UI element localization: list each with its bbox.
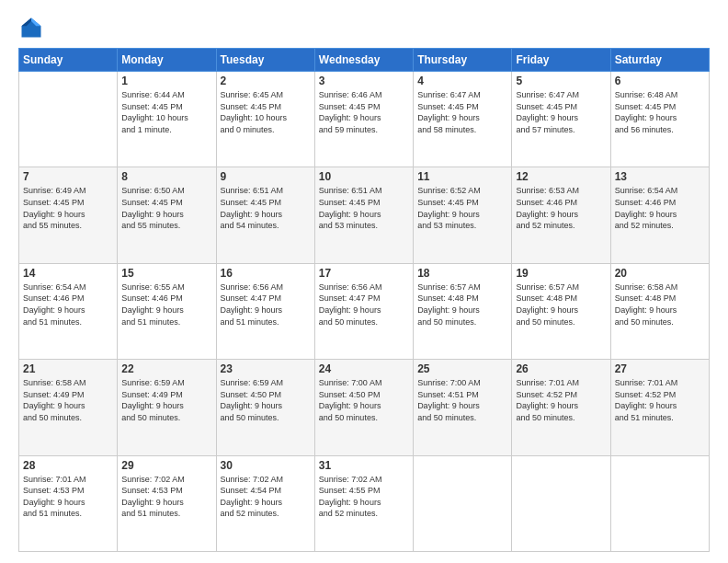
calendar-header-row: SundayMondayTuesdayWednesdayThursdayFrid… [19,49,710,72]
calendar-cell: 19Sunrise: 6:57 AM Sunset: 4:48 PM Dayli… [512,263,610,359]
calendar-header-wednesday: Wednesday [314,49,413,72]
calendar-cell: 16Sunrise: 6:56 AM Sunset: 4:47 PM Dayli… [216,263,314,359]
cell-info: Sunrise: 7:02 AM Sunset: 4:53 PM Dayligh… [121,474,211,520]
logo [18,15,48,40]
day-number: 7 [23,170,113,183]
cell-info: Sunrise: 7:01 AM Sunset: 4:52 PM Dayligh… [516,377,606,423]
cell-info: Sunrise: 6:56 AM Sunset: 4:47 PM Dayligh… [221,282,311,327]
day-number: 26 [516,362,606,375]
day-number: 4 [417,75,507,87]
day-number: 28 [23,459,113,472]
day-number: 30 [221,459,311,472]
cell-info: Sunrise: 6:49 AM Sunset: 4:45 PM Dayligh… [23,185,113,231]
cell-info: Sunrise: 6:58 AM Sunset: 4:49 PM Dayligh… [23,377,113,423]
calendar-cell [512,455,610,551]
calendar-cell: 15Sunrise: 6:55 AM Sunset: 4:46 PM Dayli… [118,263,216,359]
cell-info: Sunrise: 7:01 AM Sunset: 4:53 PM Dayligh… [23,474,113,520]
calendar-cell: 31Sunrise: 7:02 AM Sunset: 4:55 PM Dayli… [314,455,413,551]
cell-info: Sunrise: 6:44 AM Sunset: 4:45 PM Dayligh… [121,89,211,135]
calendar-cell: 27Sunrise: 7:01 AM Sunset: 4:52 PM Dayli… [610,360,709,455]
cell-info: Sunrise: 6:56 AM Sunset: 4:47 PM Dayligh… [319,282,409,327]
day-number: 27 [615,362,705,375]
cell-info: Sunrise: 6:59 AM Sunset: 4:49 PM Dayligh… [121,377,211,423]
cell-info: Sunrise: 6:50 AM Sunset: 4:45 PM Dayligh… [121,185,211,231]
calendar-week-row: 21Sunrise: 6:58 AM Sunset: 4:49 PM Dayli… [19,360,710,455]
cell-info: Sunrise: 6:46 AM Sunset: 4:45 PM Dayligh… [319,89,409,135]
calendar-cell: 2Sunrise: 6:45 AM Sunset: 4:45 PM Daylig… [216,72,314,167]
calendar-cell: 3Sunrise: 6:46 AM Sunset: 4:45 PM Daylig… [314,72,413,167]
day-number: 9 [221,170,311,183]
calendar-cell: 23Sunrise: 6:59 AM Sunset: 4:50 PM Dayli… [216,360,314,455]
day-number: 19 [516,267,606,280]
day-number: 18 [417,267,507,280]
calendar-week-row: 28Sunrise: 7:01 AM Sunset: 4:53 PM Dayli… [19,455,710,551]
day-number: 5 [516,75,606,87]
calendar-header-monday: Monday [118,49,216,72]
calendar-cell: 17Sunrise: 6:56 AM Sunset: 4:47 PM Dayli… [314,263,413,359]
cell-info: Sunrise: 7:00 AM Sunset: 4:51 PM Dayligh… [417,377,507,423]
cell-info: Sunrise: 7:02 AM Sunset: 4:55 PM Dayligh… [319,474,409,520]
cell-info: Sunrise: 6:52 AM Sunset: 4:45 PM Dayligh… [417,185,507,231]
calendar-cell: 8Sunrise: 6:50 AM Sunset: 4:45 PM Daylig… [118,167,216,263]
day-number: 29 [121,459,211,472]
day-number: 1 [121,75,211,87]
cell-info: Sunrise: 7:00 AM Sunset: 4:50 PM Dayligh… [319,377,409,423]
calendar-cell: 5Sunrise: 6:47 AM Sunset: 4:45 PM Daylig… [512,72,610,167]
calendar-cell: 20Sunrise: 6:58 AM Sunset: 4:48 PM Dayli… [610,263,709,359]
day-number: 3 [319,75,409,87]
calendar-header-thursday: Thursday [414,49,512,72]
day-number: 13 [615,170,705,183]
day-number: 16 [221,267,311,280]
calendar-cell: 26Sunrise: 7:01 AM Sunset: 4:52 PM Dayli… [512,360,610,455]
cell-info: Sunrise: 6:54 AM Sunset: 4:46 PM Dayligh… [23,282,113,327]
calendar-cell: 22Sunrise: 6:59 AM Sunset: 4:49 PM Dayli… [118,360,216,455]
day-number: 31 [319,459,409,472]
cell-info: Sunrise: 6:51 AM Sunset: 4:45 PM Dayligh… [319,185,409,231]
calendar-cell: 29Sunrise: 7:02 AM Sunset: 4:53 PM Dayli… [118,455,216,551]
cell-info: Sunrise: 6:57 AM Sunset: 4:48 PM Dayligh… [516,282,606,327]
cell-info: Sunrise: 6:51 AM Sunset: 4:45 PM Dayligh… [221,185,311,231]
cell-info: Sunrise: 7:01 AM Sunset: 4:52 PM Dayligh… [615,377,705,423]
calendar-cell: 4Sunrise: 6:47 AM Sunset: 4:45 PM Daylig… [414,72,512,167]
day-number: 8 [121,170,211,183]
calendar-header-saturday: Saturday [610,49,709,72]
calendar-cell: 6Sunrise: 6:48 AM Sunset: 4:45 PM Daylig… [610,72,709,167]
cell-info: Sunrise: 6:48 AM Sunset: 4:45 PM Dayligh… [615,89,705,135]
calendar-week-row: 14Sunrise: 6:54 AM Sunset: 4:46 PM Dayli… [19,263,710,359]
calendar-cell: 30Sunrise: 7:02 AM Sunset: 4:54 PM Dayli… [216,455,314,551]
day-number: 12 [516,170,606,183]
calendar-cell [19,72,118,167]
day-number: 2 [221,75,311,87]
calendar-header-friday: Friday [512,49,610,72]
calendar-cell: 10Sunrise: 6:51 AM Sunset: 4:45 PM Dayli… [314,167,413,263]
day-number: 10 [319,170,409,183]
cell-info: Sunrise: 6:53 AM Sunset: 4:46 PM Dayligh… [516,185,606,231]
cell-info: Sunrise: 6:57 AM Sunset: 4:48 PM Dayligh… [417,282,507,327]
cell-info: Sunrise: 6:59 AM Sunset: 4:50 PM Dayligh… [221,377,311,423]
calendar-cell: 1Sunrise: 6:44 AM Sunset: 4:45 PM Daylig… [118,72,216,167]
cell-info: Sunrise: 6:47 AM Sunset: 4:45 PM Dayligh… [516,89,606,135]
day-number: 20 [615,267,705,280]
logo-icon [18,15,44,40]
cell-info: Sunrise: 7:02 AM Sunset: 4:54 PM Dayligh… [221,474,311,520]
day-number: 25 [417,362,507,375]
day-number: 6 [615,75,705,87]
calendar-cell: 18Sunrise: 6:57 AM Sunset: 4:48 PM Dayli… [414,263,512,359]
day-number: 14 [23,267,113,280]
cell-info: Sunrise: 6:58 AM Sunset: 4:48 PM Dayligh… [615,282,705,327]
calendar-cell: 9Sunrise: 6:51 AM Sunset: 4:45 PM Daylig… [216,167,314,263]
calendar-cell: 12Sunrise: 6:53 AM Sunset: 4:46 PM Dayli… [512,167,610,263]
day-number: 15 [121,267,211,280]
cell-info: Sunrise: 6:55 AM Sunset: 4:46 PM Dayligh… [121,282,211,327]
calendar-cell: 24Sunrise: 7:00 AM Sunset: 4:50 PM Dayli… [314,360,413,455]
calendar-cell [414,455,512,551]
calendar-cell: 7Sunrise: 6:49 AM Sunset: 4:45 PM Daylig… [19,167,118,263]
day-number: 24 [319,362,409,375]
header [18,15,710,40]
day-number: 11 [417,170,507,183]
day-number: 22 [121,362,211,375]
day-number: 17 [319,267,409,280]
calendar-cell: 28Sunrise: 7:01 AM Sunset: 4:53 PM Dayli… [19,455,118,551]
calendar-header-tuesday: Tuesday [216,49,314,72]
cell-info: Sunrise: 6:47 AM Sunset: 4:45 PM Dayligh… [417,89,507,135]
